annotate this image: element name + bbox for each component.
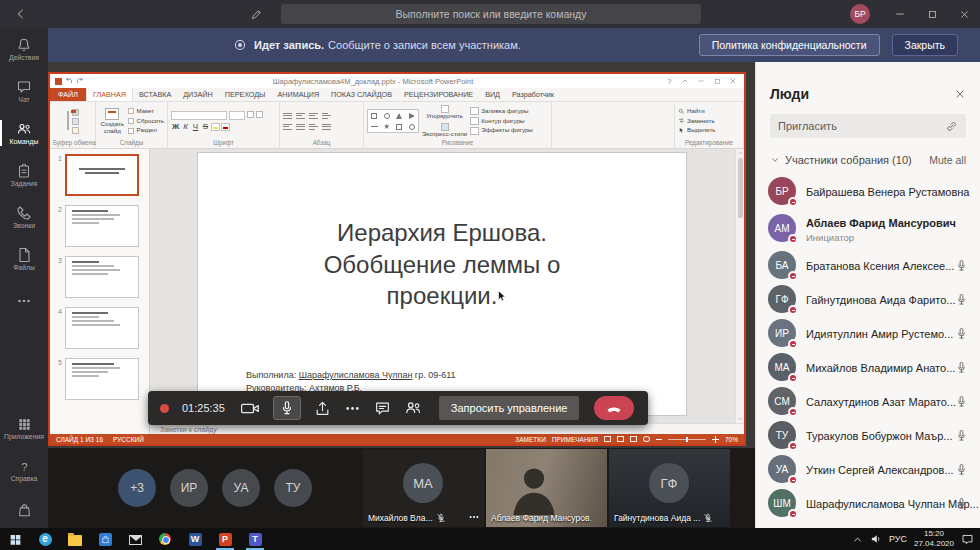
overflow-participants-badge[interactable]: +3 [118, 469, 156, 507]
mic-icon[interactable] [955, 259, 968, 272]
bullets-icon[interactable] [283, 112, 292, 120]
participant-row[interactable]: АМ Аблаев Фарид Мансурович Инициатор [756, 208, 980, 248]
privacy-policy-button[interactable]: Политика конфиденциальности [699, 34, 880, 56]
sidebar-item-chat[interactable]: Чат [0, 70, 48, 112]
shrink-font-icon[interactable] [256, 111, 263, 118]
underline-button[interactable]: Ч [191, 122, 200, 131]
arrange-button[interactable]: Упорядочить [422, 105, 467, 120]
shapes-gallery[interactable] [367, 109, 419, 133]
copy-link-icon[interactable] [945, 120, 958, 133]
reset-button[interactable]: Сбросить [128, 117, 164, 126]
clock[interactable]: 15:20 27.04.2020 [914, 529, 954, 549]
taskbar-edge[interactable]: e [30, 528, 60, 550]
panel-close-icon[interactable] [954, 88, 966, 100]
tab-home[interactable]: ГЛАВНАЯ [86, 88, 133, 101]
taskbar-mail[interactable] [120, 528, 150, 550]
paste-button[interactable] [67, 112, 69, 130]
shape-outline-button[interactable]: Контур фигуры [470, 117, 533, 126]
italic-button[interactable]: К [181, 122, 190, 131]
participant-bubble[interactable]: ТУ [274, 469, 312, 507]
shape-fill-button[interactable]: Заливка фигуры [470, 107, 533, 116]
mic-icon[interactable] [955, 497, 968, 510]
numbering-icon[interactable] [296, 112, 305, 120]
scroll-down-icon[interactable] [737, 416, 744, 422]
tab-slideshow[interactable]: ПОКАЗ СЛАЙДОВ [325, 88, 398, 101]
volume-icon[interactable] [870, 533, 882, 545]
reading-view-icon[interactable] [630, 436, 637, 442]
chevron-down-icon[interactable] [770, 155, 780, 165]
slide-canvas[interactable]: Иерархия Ершова. Обобщение леммы о проек… [150, 149, 744, 423]
sidebar-item-activity[interactable]: Действия [0, 28, 48, 70]
user-avatar[interactable]: БР [850, 4, 870, 24]
ppt-help-icon[interactable] [662, 76, 676, 87]
participant-row[interactable]: БР Байрашева Венера Рустамовна [756, 174, 980, 208]
save-icon[interactable] [55, 78, 62, 85]
chat-toggle[interactable] [374, 400, 391, 417]
participant-row[interactable]: ТУ Туракулов Бобуржон Маър... [756, 418, 980, 452]
participant-bubble[interactable]: ИР [170, 469, 208, 507]
sorter-view-icon[interactable] [617, 436, 624, 442]
search-input[interactable]: Выполните поиск или введите команду [281, 4, 701, 24]
compose-icon[interactable] [250, 8, 263, 21]
taskbar-store[interactable] [90, 528, 120, 550]
notification-center-icon[interactable] [961, 533, 974, 546]
vertical-scrollbar[interactable] [735, 149, 744, 423]
tray-chevron-icon[interactable] [852, 534, 863, 545]
taskbar-powerpoint[interactable]: P [210, 528, 240, 550]
zoom-in-icon[interactable] [712, 436, 719, 443]
video-tile[interactable]: Аблаев Фарид Мансуров... [486, 449, 607, 527]
close-button[interactable] [948, 0, 980, 28]
align-left-icon[interactable] [283, 123, 292, 131]
camera-toggle[interactable] [241, 399, 260, 418]
sidebar-item-help[interactable]: Справка [0, 450, 48, 492]
slide-thumbnail-4[interactable]: 4 [55, 307, 146, 349]
ppt-minimize-button[interactable] [694, 76, 708, 87]
sidebar-item-teams[interactable]: Команды [0, 112, 48, 154]
ppt-close-button[interactable] [726, 76, 740, 87]
undo-icon[interactable] [65, 77, 73, 85]
sidebar-item-more[interactable] [0, 280, 48, 322]
section-button[interactable]: Раздел [128, 126, 164, 135]
taskbar-explorer[interactable] [60, 528, 90, 550]
participants-toggle[interactable] [404, 399, 422, 417]
slide-thumbnail-1[interactable]: 1 [55, 154, 146, 196]
notes-toggle[interactable]: ЗАМЕТКИ [515, 436, 545, 443]
video-tile[interactable]: ГФ Гайнутдинова Аида ... [609, 449, 730, 527]
participant-bubble[interactable]: УА [222, 469, 260, 507]
sidebar-item-calls[interactable]: Звонки [0, 196, 48, 238]
language-switcher[interactable]: РУС [889, 534, 907, 544]
participant-row[interactable]: ИР Идиятуллин Амир Рустемо... [756, 316, 980, 350]
strikethrough-button[interactable]: S [201, 122, 210, 131]
sidebar-item-files[interactable]: Файлы [0, 238, 48, 280]
normal-view-icon[interactable] [604, 436, 611, 442]
video-tile[interactable]: МА Михайлов Вла... [363, 449, 484, 527]
slide-thumbnail-2[interactable]: 2 [55, 205, 146, 247]
mic-icon[interactable] [955, 361, 968, 374]
zoom-slider[interactable] [668, 439, 706, 440]
tile-more-icon[interactable] [468, 511, 480, 523]
ppt-ribbon-options-icon[interactable] [678, 76, 692, 87]
maximize-button[interactable] [916, 0, 948, 28]
slide-thumbnail-5[interactable]: 5 [55, 358, 146, 400]
participant-row[interactable]: ГФ Гайнутдинова Аида Фарито... [756, 282, 980, 316]
mic-icon[interactable] [955, 395, 968, 408]
tab-insert[interactable]: ВСТАВКА [133, 88, 177, 101]
font-color-icon[interactable] [221, 123, 230, 131]
font-size-combobox[interactable] [229, 111, 245, 120]
select-button[interactable]: Выделить [678, 126, 716, 135]
replace-button[interactable]: Заменить [678, 117, 715, 126]
new-slide-button[interactable]: Создать слайд [99, 108, 125, 135]
tab-animations[interactable]: АНИМАЦИЯ [272, 88, 326, 101]
taskbar-teams[interactable]: T [240, 528, 270, 550]
participant-row[interactable]: УА Уткин Сергей Александров... [756, 452, 980, 486]
request-control-button[interactable]: Запросить управление [439, 396, 580, 420]
layout-button[interactable]: Макет [128, 107, 164, 116]
language-indicator[interactable]: РУССКИЙ [113, 436, 144, 443]
shape-effects-button[interactable]: Эффекты фигуры [470, 126, 533, 135]
slideshow-view-icon[interactable] [643, 436, 650, 442]
participant-row[interactable]: МА Михайлов Владимир Анато... [756, 350, 980, 384]
bold-button[interactable]: Ж [171, 122, 180, 131]
tab-view[interactable]: ВИД [479, 88, 506, 101]
taskbar-word[interactable]: W [180, 528, 210, 550]
share-button[interactable] [314, 400, 331, 417]
